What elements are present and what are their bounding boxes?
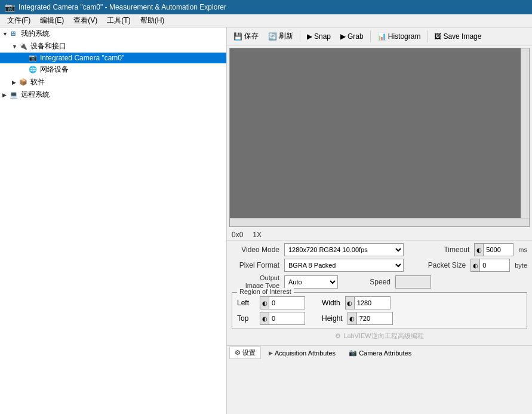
save-image-label: Save Image <box>443 32 481 41</box>
remote-icon: 💻 <box>10 91 19 99</box>
right-panel: 💾 保存 🔄 刷新 ▶ Snap ▶ Grab 📊 Histogram <box>227 27 532 414</box>
width-input[interactable] <box>355 296 390 309</box>
tree-item-camera[interactable]: 📷 Integrated Camera "cam0" <box>0 53 226 63</box>
menu-bar: 文件(F) 编辑(E) 查看(V) 工具(T) 帮助(H) <box>0 14 532 27</box>
menu-help[interactable]: 帮助(H) <box>136 14 170 27</box>
speed-input[interactable] <box>395 275 431 289</box>
acquisition-tab-label: Acquisition Attributes <box>275 349 336 357</box>
histogram-label: Histogram <box>388 32 421 41</box>
output-type-select[interactable]: Auto <box>284 275 338 289</box>
software-icon: 📦 <box>19 78 29 87</box>
image-position: 0x0 <box>232 231 243 239</box>
tree-label-network: 网络设备 <box>40 65 69 75</box>
acquisition-tab-arrow: ▶ <box>269 350 273 356</box>
menu-tools[interactable]: 工具(T) <box>102 14 135 27</box>
save-image-button[interactable]: 🖼 Save Image <box>430 30 485 42</box>
timeout-spinner-icon[interactable]: ◐ <box>474 243 484 256</box>
save-button[interactable]: 💾 保存 <box>229 29 263 43</box>
height-label: Height <box>322 314 343 323</box>
roi-title: Region of Interest <box>237 288 294 295</box>
tree-item-network-device[interactable]: 🌐 网络设备 <box>0 63 226 76</box>
watermark: ⚙ LabVIEW逆向工程高级编程 <box>232 329 527 343</box>
image-area <box>229 48 530 227</box>
settings-row-pixel-format: Pixel Format BGRA 8 Packed Packet Size ◐… <box>232 259 527 272</box>
left-spinner-icon[interactable]: ◐ <box>260 296 269 309</box>
menu-view[interactable]: 查看(V) <box>69 14 102 27</box>
toolbar-separator-1 <box>300 30 300 42</box>
height-spinner-icon[interactable]: ◐ <box>348 312 357 325</box>
tree-arrow-devices: ▼ <box>12 44 19 50</box>
refresh-button[interactable]: 🔄 刷新 <box>264 29 297 43</box>
save-image-icon: 🖼 <box>434 32 441 41</box>
tree-arrow-remote: ▶ <box>2 92 10 98</box>
video-mode-select[interactable]: 1280x720 RGB24 10.00fps <box>284 243 404 256</box>
speed-label: Speed <box>343 278 390 286</box>
title-bar-text: Integrated Camera "cam0" - Measurement &… <box>19 3 226 11</box>
toolbar-separator-3 <box>427 30 428 42</box>
width-spinner-icon[interactable]: ◐ <box>345 296 355 309</box>
main-layout: ▼ 🖥 我的系统 ▼ 🔌 设备和接口 📷 Integrated Camera "… <box>0 27 532 414</box>
timeout-unit: ms <box>518 246 527 253</box>
snap-label: Snap <box>314 32 331 41</box>
snap-play-icon: ▶ <box>307 32 312 41</box>
tree-label-my-system: 我的系统 <box>21 29 50 39</box>
top-spinner-icon[interactable]: ◐ <box>260 312 269 325</box>
tree-item-remote[interactable]: ▶ 💻 远程系统 <box>0 88 226 101</box>
tree-label-software: 软件 <box>30 77 45 87</box>
scrollbar-horizontal[interactable] <box>230 218 529 226</box>
refresh-label: 刷新 <box>279 31 293 41</box>
left-panel: ▼ 🖥 我的系统 ▼ 🔌 设备和接口 📷 Integrated Camera "… <box>0 27 227 414</box>
histogram-icon: 📊 <box>377 32 386 41</box>
settings-tab-icon: ⚙ <box>235 349 241 357</box>
bottom-tabs: ⚙ 设置 ▶ Acquisition Attributes 📷 Camera A… <box>227 345 532 360</box>
title-bar: 📷 Integrated Camera "cam0" - Measurement… <box>0 0 532 14</box>
histogram-button[interactable]: 📊 Histogram <box>373 30 425 42</box>
top-label: Top <box>237 314 255 323</box>
pixel-format-label: Pixel Format <box>232 261 279 269</box>
image-zoom: 1X <box>253 231 262 239</box>
camera-icon: 📷 <box>29 54 38 62</box>
timeout-spinner: ◐ <box>474 243 513 256</box>
network-icon: 🌐 <box>29 66 38 74</box>
roi-group: Region of Interest Left ◐ Width ◐ Top <box>232 292 527 329</box>
roi-row-top-height: Top ◐ Height ◐ <box>237 312 522 325</box>
packet-size-input[interactable] <box>480 259 510 272</box>
tab-camera[interactable]: 📷 Camera Attributes <box>343 347 417 358</box>
scrollbar-vertical[interactable] <box>521 48 529 226</box>
tab-settings[interactable]: ⚙ 设置 <box>229 346 261 359</box>
width-label: Width <box>322 299 340 307</box>
top-spinner: ◐ <box>260 312 305 325</box>
height-input[interactable] <box>357 312 393 325</box>
grab-button[interactable]: ▶ Grab <box>336 30 368 42</box>
camera-tab-label: Camera Attributes <box>359 349 411 357</box>
roi-row-left-width: Left ◐ Width ◐ <box>237 296 522 309</box>
left-input[interactable] <box>269 296 305 309</box>
settings-area: Video Mode 1280x720 RGB24 10.00fps Timeo… <box>227 240 532 345</box>
pixel-format-select[interactable]: BGRA 8 Packed <box>284 259 404 272</box>
tree-item-devices[interactable]: ▼ 🔌 设备和接口 <box>0 40 226 53</box>
tab-acquisition[interactable]: ▶ Acquisition Attributes <box>263 348 341 358</box>
tree-arrow: ▼ <box>2 31 10 37</box>
packet-size-spinner-icon[interactable]: ◐ <box>471 259 480 272</box>
watermark-text: LabVIEW逆向工程高级编程 <box>343 332 423 341</box>
menu-file[interactable]: 文件(F) <box>2 14 35 27</box>
watermark-icon: ⚙ <box>335 332 341 340</box>
tree-item-my-system[interactable]: ▼ 🖥 我的系统 <box>0 27 226 40</box>
tree-item-software[interactable]: ▶ 📦 软件 <box>0 76 226 88</box>
tree-arrow-software: ▶ <box>12 79 19 85</box>
height-spinner: ◐ <box>348 312 393 325</box>
width-spinner: ◐ <box>345 296 390 309</box>
top-input[interactable] <box>269 312 305 325</box>
timeout-label: Timeout <box>422 246 469 254</box>
tree-label-remote: 远程系统 <box>21 90 50 100</box>
menu-edit[interactable]: 编辑(E) <box>35 14 69 27</box>
snap-button[interactable]: ▶ Snap <box>303 30 335 42</box>
settings-tab-label: 设置 <box>242 348 256 357</box>
app-icon: 📷 <box>5 2 15 12</box>
monitor-icon: 🖥 <box>10 30 19 38</box>
device-icon: 🔌 <box>19 42 29 51</box>
save-label: 保存 <box>244 31 259 41</box>
left-label: Left <box>237 299 255 307</box>
image-status-bar: 0x0 1X <box>227 229 532 240</box>
timeout-input[interactable] <box>484 243 513 256</box>
